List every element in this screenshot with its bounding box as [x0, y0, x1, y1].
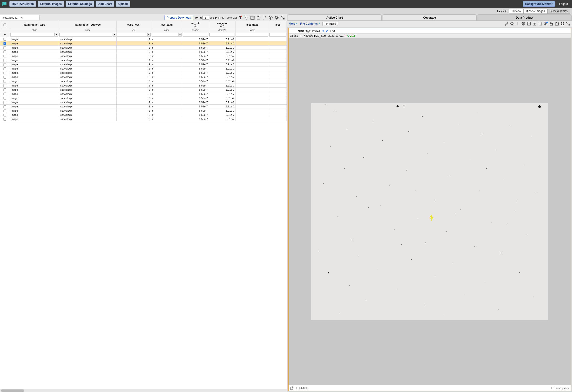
filter-input-lsst[interactable] — [270, 33, 286, 36]
col-header-em_min[interactable]: em_min(m) — [182, 21, 209, 28]
filter-dropdown-lsst_band[interactable]: ▼ — [178, 33, 181, 36]
select-all-checkbox[interactable] — [3, 23, 6, 26]
table-row[interactable]: imagelsst.calexp2r5.52e-76.91e-7 — [0, 50, 287, 54]
background-monitor-button[interactable]: Background Monitor — [523, 1, 555, 7]
row-checkbox[interactable] — [3, 114, 6, 117]
row-checkbox[interactable] — [3, 109, 6, 112]
table-row[interactable]: imagelsst.calexp2r5.52e-76.91e-7 — [0, 104, 287, 109]
popout-icon[interactable] — [290, 386, 294, 390]
filter-input-lsst_band[interactable] — [152, 33, 178, 36]
table-row[interactable]: imagelsst.calexp2r5.52e-76.91e-7 — [0, 117, 287, 121]
nav-rsp-tap-search[interactable]: RSP TAP Search — [9, 1, 36, 7]
filter-icon[interactable] — [244, 15, 249, 20]
zoom-icon[interactable] — [510, 21, 514, 26]
table-row[interactable]: imagelsst.calexp2r5.52e-76.91e-7 — [0, 41, 287, 45]
filter-input-lsst_tract[interactable] — [236, 33, 268, 36]
row-checkbox[interactable] — [3, 80, 6, 83]
row-checkbox[interactable] — [3, 84, 6, 87]
tab-data-product[interactable]: Data Product — [477, 15, 572, 20]
table-row[interactable]: imagelsst.calexp2r5.52e-76.91e-7 — [0, 100, 287, 104]
table-row[interactable]: imagelsst.calexp2r5.52e-76.91e-7 — [0, 109, 287, 113]
nav-add-chart[interactable]: Add Chart — [96, 1, 114, 7]
table-row[interactable]: imagelsst.calexp2r5.52e-76.91e-7 — [0, 58, 287, 62]
row-checkbox[interactable] — [3, 46, 6, 49]
lock-by-click[interactable]: Lock by click — [551, 387, 569, 390]
tab-active-chart[interactable]: Active Chart — [288, 15, 382, 20]
add-column-icon[interactable] — [263, 15, 267, 20]
text-view-icon[interactable]: TEXT — [250, 15, 254, 20]
row-checkbox[interactable] — [3, 67, 6, 70]
filter-icon[interactable]: ⌖ — [4, 33, 6, 36]
layers-icon[interactable]: 2 — [543, 21, 548, 26]
grid-icon[interactable] — [560, 21, 565, 26]
row-checkbox[interactable] — [3, 97, 6, 100]
lock-checkbox[interactable] — [551, 387, 554, 389]
col-header-lsst_band[interactable]: lsst_band — [151, 21, 182, 28]
filter-input-calib_level[interactable] — [117, 33, 147, 36]
table-row[interactable]: imagelsst.calexp2r5.52e-76.91e-7 — [0, 45, 287, 50]
prepare-download-button[interactable]: Prepare Download — [164, 15, 193, 20]
table-row[interactable]: imagelsst.calexp2r5.52e-76.91e-7 — [0, 37, 287, 41]
row-checkbox[interactable] — [3, 72, 6, 75]
nav-upload[interactable]: Upload — [116, 1, 130, 7]
col-header-em_max[interactable]: em_max(m) — [209, 21, 236, 28]
row-checkbox[interactable] — [3, 50, 6, 53]
layout-option-tri-view[interactable]: Tri-view — [509, 9, 524, 14]
row-checkbox[interactable] — [3, 101, 6, 104]
table-row[interactable]: imagelsst.calexp2r5.52e-76.91e-7 — [0, 92, 287, 96]
row-checkbox[interactable] — [3, 63, 6, 66]
table-row[interactable]: imagelsst.calexp2r5.52e-76.91e-7 — [0, 96, 287, 100]
filter-dropdown-dataproduct_type[interactable]: ▼ — [55, 33, 58, 36]
table-row[interactable]: imagelsst.calexp2r5.52e-76.91e-7 — [0, 66, 287, 71]
col-header-dataproduct_subtype[interactable]: dataproduct_subtype — [59, 21, 116, 28]
layout-option-bi-view-images[interactable]: Bi-view Images — [524, 9, 547, 14]
info-icon[interactable]: i — [269, 15, 273, 20]
recenter-icon[interactable] — [532, 21, 537, 26]
row-checkbox[interactable] — [3, 105, 6, 108]
col-header-calib_level[interactable]: calib_level — [116, 21, 151, 28]
last-page-icon[interactable]: ⏭ — [218, 16, 221, 19]
expand-viewer-icon[interactable] — [566, 21, 570, 26]
lock-icon[interactable] — [549, 21, 554, 26]
logout-link[interactable]: Logout — [556, 2, 571, 6]
page-input[interactable] — [203, 16, 209, 19]
table-row[interactable]: imagelsst.calexp2r5.52e-76.91e-7 — [0, 79, 287, 83]
filter-applied-icon[interactable] — [238, 15, 242, 20]
save-icon[interactable] — [256, 15, 261, 20]
horizontal-scrollbar[interactable] — [0, 389, 287, 392]
col-header-dataproduct_type[interactable]: dataproduct_type — [10, 21, 59, 28]
filter-input-dataproduct_subtype[interactable] — [59, 33, 112, 36]
col-header-lsst_tract[interactable]: lsst_tract — [236, 21, 269, 28]
row-checkbox[interactable] — [3, 88, 6, 91]
stretch-icon[interactable] — [527, 21, 531, 26]
next-hdu-icon[interactable]: > — [326, 29, 328, 33]
table-row[interactable]: imagelsst.calexp2r5.52e-76.91e-7 — [0, 75, 287, 79]
nav-external-images[interactable]: External Images — [38, 1, 64, 7]
next-page-icon[interactable]: ▶ — [215, 16, 217, 19]
filter-input-em_max[interactable] — [209, 33, 235, 36]
row-checkbox[interactable] — [3, 59, 6, 62]
tab-coverage[interactable]: Coverage — [382, 15, 477, 20]
filter-dropdown-dataproduct_subtype[interactable]: ▼ — [113, 33, 116, 36]
row-checkbox[interactable] — [3, 55, 6, 58]
prev-page-icon[interactable]: ◀ — [199, 16, 202, 19]
row-checkbox[interactable] — [3, 92, 6, 95]
select-region-icon[interactable] — [538, 21, 542, 26]
save-image-icon[interactable] — [555, 21, 559, 26]
file-contents-dropdown[interactable]: File Contents▼ — [300, 22, 320, 25]
nav-external-catalogs[interactable]: External Catalogs — [66, 1, 94, 7]
row-checkbox[interactable] — [3, 76, 6, 79]
expand-icon[interactable] — [281, 15, 285, 20]
filter-dropdown-calib_level[interactable]: ▼ — [147, 33, 151, 36]
row-checkbox[interactable] — [3, 42, 6, 45]
prev-hdu-icon[interactable]: < — [322, 29, 324, 33]
table-row[interactable]: imagelsst.calexp2r5.52e-76.91e-7 — [0, 83, 287, 88]
table-tab[interactable]: ivoa.ObsCore - data.lsst.cl... × — [0, 15, 40, 20]
globe-icon[interactable] — [521, 21, 526, 26]
table-row[interactable]: imagelsst.calexp2r5.52e-76.91e-7 — [0, 88, 287, 92]
first-page-icon[interactable]: ⏮ — [195, 16, 198, 19]
image-canvas[interactable] — [288, 38, 571, 385]
tools-icon[interactable] — [504, 21, 509, 26]
row-checkbox[interactable] — [3, 38, 6, 41]
settings-icon[interactable] — [275, 15, 279, 20]
